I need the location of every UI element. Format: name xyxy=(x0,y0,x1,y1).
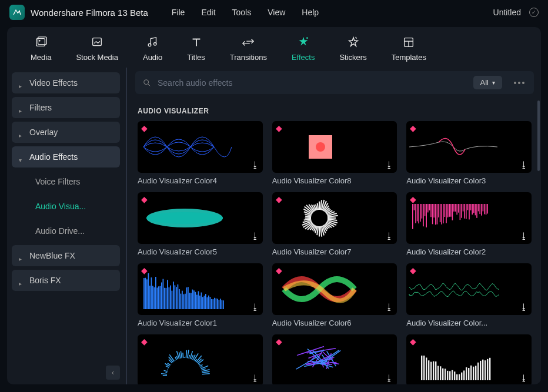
tab-audio[interactable]: Audio xyxy=(143,35,162,62)
svg-rect-238 xyxy=(433,361,434,380)
sidebar-collapse-button[interactable]: ‹ xyxy=(106,366,120,380)
svg-rect-147 xyxy=(193,290,195,309)
svg-rect-111 xyxy=(486,204,487,215)
sidebar-item-overlay[interactable]: Overlay xyxy=(12,122,120,143)
tab-stickers[interactable]: Stickers xyxy=(339,35,366,62)
audio-icon xyxy=(146,35,160,49)
download-icon[interactable]: ⭳ xyxy=(385,160,393,169)
svg-rect-236 xyxy=(428,360,429,380)
tab-effects[interactable]: Effects xyxy=(292,35,315,62)
effect-thumbnail[interactable]: ◆⭳ xyxy=(406,121,532,173)
svg-line-207 xyxy=(202,374,210,374)
tab-media[interactable]: Media xyxy=(31,35,51,62)
download-icon[interactable]: ⭳ xyxy=(520,231,528,240)
svg-rect-237 xyxy=(430,362,432,380)
scrollbar[interactable] xyxy=(537,100,540,380)
svg-rect-148 xyxy=(195,292,196,309)
download-icon[interactable]: ⭳ xyxy=(251,231,259,240)
premium-gem-icon: ◆ xyxy=(276,266,282,275)
effect-thumbnail[interactable]: ◆⭳ xyxy=(406,334,532,384)
svg-rect-112 xyxy=(487,204,489,213)
tab-transitions[interactable]: Transitions xyxy=(230,35,267,62)
app-title: Wondershare Filmora 13 Beta xyxy=(31,8,148,18)
svg-rect-136 xyxy=(178,284,179,309)
menu-edit[interactable]: Edit xyxy=(201,8,215,17)
svg-rect-159 xyxy=(211,299,212,309)
menu-view[interactable]: View xyxy=(268,8,285,17)
menu-tools[interactable]: Tools xyxy=(232,8,252,17)
download-icon[interactable]: ⭳ xyxy=(251,373,259,383)
svg-rect-77 xyxy=(434,204,435,217)
sync-status-icon[interactable]: ✓ xyxy=(529,8,539,17)
download-icon[interactable]: ⭳ xyxy=(385,373,393,383)
download-icon[interactable]: ⭳ xyxy=(251,302,259,311)
tab-templates[interactable]: Templates xyxy=(392,35,426,62)
effect-thumbnail[interactable]: ◆⭳ xyxy=(272,263,397,315)
effect-thumbnail[interactable]: ◆⭳ xyxy=(272,192,397,244)
svg-rect-63 xyxy=(412,204,413,229)
tab-titles[interactable]: Titles xyxy=(187,35,205,62)
svg-point-12 xyxy=(316,142,325,152)
svg-line-181 xyxy=(175,360,176,360)
effect-thumbnail[interactable]: ◆⭳ xyxy=(272,121,397,173)
svg-rect-93 xyxy=(458,204,459,213)
effect-thumbnail[interactable]: ◆⭳ xyxy=(138,263,263,315)
sidebar-item-boris-fx[interactable]: Boris FX xyxy=(12,270,120,291)
chevron-down-icon: ▾ xyxy=(492,79,495,86)
svg-rect-146 xyxy=(192,290,193,309)
effect-thumbnail[interactable]: ◆⭳ xyxy=(138,192,263,244)
svg-rect-88 xyxy=(450,204,452,217)
svg-rect-252 xyxy=(466,367,467,380)
chevron-down-icon xyxy=(19,155,24,159)
svg-rect-122 xyxy=(157,287,158,309)
effect-thumbnail[interactable]: ◆⭳ xyxy=(406,263,532,315)
effect-thumbnail[interactable]: ◆⭳ xyxy=(138,121,263,173)
svg-rect-144 xyxy=(189,293,191,309)
titles-icon xyxy=(189,35,203,49)
svg-rect-114 xyxy=(145,278,146,309)
svg-line-186 xyxy=(181,351,182,358)
sidebar-item-audio-effects[interactable]: Audio Effects xyxy=(12,146,120,167)
download-icon[interactable]: ⭳ xyxy=(251,160,259,169)
download-icon[interactable]: ⭳ xyxy=(385,302,393,311)
effect-thumbnail[interactable]: ◆⭳ xyxy=(272,334,397,384)
more-button[interactable] xyxy=(512,79,527,86)
download-icon[interactable]: ⭳ xyxy=(520,373,528,383)
sidebar-sub-voice-filters[interactable]: Voice Filters xyxy=(12,171,120,192)
sidebar-sub-audio-visualizer[interactable]: Audio Visua... xyxy=(12,196,120,217)
svg-rect-154 xyxy=(204,296,205,309)
document-name[interactable]: Untitled xyxy=(493,8,521,17)
sidebar-sub-audio-drive[interactable]: Audio Drive... xyxy=(12,220,120,242)
download-icon[interactable]: ⭳ xyxy=(520,160,528,169)
transitions-icon xyxy=(241,35,255,49)
menu-file[interactable]: File xyxy=(172,8,185,17)
divider[interactable] xyxy=(126,68,127,384)
effect-label: Audio Visualizer Color8 xyxy=(272,176,397,185)
download-icon[interactable]: ⭳ xyxy=(385,231,393,240)
svg-rect-240 xyxy=(437,366,439,380)
svg-point-5 xyxy=(306,37,308,39)
search-input[interactable] xyxy=(158,78,467,88)
sidebar-label: Filters xyxy=(29,103,52,112)
menu-help[interactable]: Help xyxy=(302,8,319,17)
svg-rect-87 xyxy=(449,204,450,217)
sidebar-item-filters[interactable]: Filters xyxy=(12,97,120,118)
svg-rect-107 xyxy=(480,204,481,214)
filter-label: All xyxy=(480,78,489,87)
svg-line-206 xyxy=(202,371,210,373)
svg-rect-155 xyxy=(205,294,206,309)
stickers-icon xyxy=(346,35,360,49)
svg-rect-255 xyxy=(473,367,474,380)
sidebar-item-newblue-fx[interactable]: NewBlue FX xyxy=(12,245,120,266)
effects-icon xyxy=(296,35,310,49)
effect-thumbnail[interactable]: ◆⭳ xyxy=(406,192,532,244)
svg-rect-138 xyxy=(181,294,182,309)
svg-rect-72 xyxy=(426,204,427,227)
filter-dropdown[interactable]: All▾ xyxy=(473,76,502,89)
tab-stock-media[interactable]: Stock Media xyxy=(76,35,118,62)
sidebar-item-video-effects[interactable]: Video Effects xyxy=(12,72,120,93)
svg-line-171 xyxy=(164,370,168,371)
download-icon[interactable]: ⭳ xyxy=(520,302,528,311)
svg-rect-128 xyxy=(166,288,167,309)
effect-thumbnail[interactable]: ◆⭳ xyxy=(138,334,263,384)
